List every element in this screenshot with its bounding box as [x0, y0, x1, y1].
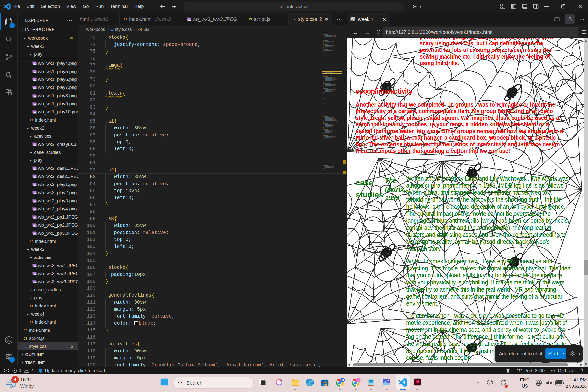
svg-text:JS: JS: [248, 18, 252, 21]
svg-text:M: M: [341, 378, 344, 382]
svg-text:#: #: [294, 17, 296, 21]
svg-text:#: #: [24, 344, 27, 348]
svg-text:Id: Id: [416, 380, 419, 384]
